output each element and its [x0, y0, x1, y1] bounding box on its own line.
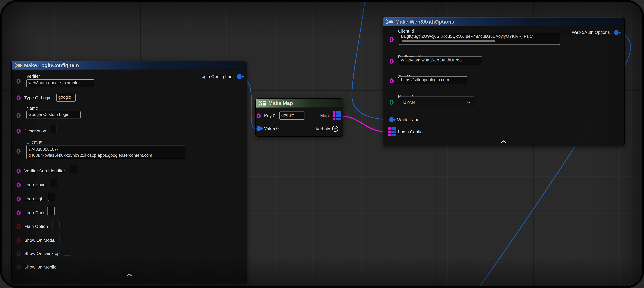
description-input[interactable] [50, 125, 56, 133]
add-pin-icon[interactable] [332, 125, 339, 132]
client-id-line1: 774338308167- [28, 146, 183, 152]
logo-hover-input[interactable] [50, 179, 57, 187]
client-id-value: BEglQSgt4cUWcj6SKRdu5QkOXTsePmMcusG5EAoy… [401, 34, 558, 39]
output-pin-label: Login Config Item [199, 74, 234, 79]
pin-key-0[interactable] [257, 113, 260, 118]
pin-main-option[interactable] [16, 224, 20, 229]
pin-logo-hover[interactable] [16, 182, 20, 187]
client-id-scrollbar[interactable] [402, 40, 495, 42]
main-option-checkbox[interactable] [52, 220, 60, 228]
pin-label-main-option: Main Option [24, 224, 48, 229]
type-of-login-input[interactable]: google [56, 94, 76, 102]
pin-show-on-mobile[interactable] [16, 265, 20, 270]
show-on-mobile-checkbox[interactable] [61, 261, 68, 269]
pin-label-white-label: White Label [397, 117, 420, 122]
pin-label-client-id: Client Id [26, 140, 42, 145]
node-title: Make Map [268, 100, 293, 106]
client-id-input[interactable]: BEglQSgt4cUWcj6SKRdu5QkOXTsePmMcusG5EAoy… [399, 33, 560, 45]
pin-label-verifier: Verifier [26, 74, 40, 79]
logo-dark-input[interactable] [47, 207, 55, 215]
pin-label-description: Description [24, 129, 46, 133]
redirect-url-input[interactable]: w3a://com.w3a.Web3AuthUnreal [399, 57, 482, 64]
pin-show-on-desktop[interactable] [16, 251, 20, 256]
pin-label-logo-light: Logo Light [24, 196, 45, 201]
blueprint-graph-canvas[interactable]: Make LoginConfigItem Login Config Item V… [0, 0, 644, 288]
node-header-make-map[interactable]: Make Map [256, 99, 343, 108]
pin-client-id[interactable] [390, 37, 393, 42]
pin-label-key-0: Key 0 [264, 113, 275, 118]
pin-white-label[interactable] [389, 117, 394, 122]
pin-label-logo-dark: Logo Dark [24, 210, 44, 215]
collapse-advanced-pins-icon[interactable] [501, 140, 506, 143]
pin-label-name: Name [26, 106, 38, 111]
make-map-icon [258, 100, 266, 107]
node-make-web3authoptions[interactable]: Make Web3AuthOptions Web 3Auth Options C… [383, 17, 624, 146]
pin-name[interactable] [16, 113, 20, 118]
pin-show-on-modal[interactable] [16, 238, 20, 243]
output-pin-label-map: Map [320, 113, 329, 118]
wire-map-to-loginconfig[interactable] [341, 116, 388, 132]
add-pin-label[interactable]: Add pin [315, 126, 330, 131]
node-title: Make LoginConfigItem [24, 63, 79, 68]
output-pin-label: Web 3Auth Options [572, 30, 610, 35]
output-pin-map[interactable] [333, 111, 341, 120]
sdk-url-input[interactable]: https://sdk.openlogin.com [399, 76, 467, 84]
pin-verifier-sub-identifier[interactable] [16, 169, 20, 174]
output-pin-login-config-item[interactable] [237, 74, 242, 79]
logo-light-input[interactable] [48, 193, 56, 201]
pin-label-verifier-sub-identifier: Verifier Sub Identifier [24, 168, 65, 173]
pin-logo-light[interactable] [16, 196, 20, 201]
node-header-make-loginconfigitem[interactable]: Make LoginConfigItem [12, 61, 246, 70]
pin-label-login-config: Login Config [398, 129, 422, 134]
output-pin-web3auth-options[interactable] [614, 30, 618, 35]
client-id-input[interactable]: 774338308167- q463s7kpvja16l4l0kko3nb925… [26, 145, 186, 159]
pin-redirect-url[interactable] [390, 59, 393, 64]
pin-type-of-login[interactable] [16, 95, 20, 100]
node-header-make-web3authoptions[interactable]: Make Web3AuthOptions [383, 17, 624, 26]
pin-label-value-0: Value 0 [264, 126, 279, 131]
network-selected-value: CYAN [403, 100, 415, 105]
chevron-down-icon [467, 101, 470, 104]
pin-label-show-on-desktop: Show On Desktop [24, 251, 60, 256]
verifier-input[interactable]: web3auth-google-example [26, 79, 94, 87]
node-title: Make Web3AuthOptions [396, 19, 454, 25]
collapse-advanced-pins-icon[interactable] [127, 273, 132, 276]
pin-sdk-url[interactable] [390, 78, 393, 83]
make-struct-icon [386, 19, 393, 25]
pin-verifier[interactable] [16, 79, 20, 84]
node-make-loginconfigitem[interactable]: Make LoginConfigItem Login Config Item V… [12, 61, 246, 283]
pin-label-logo-hover: Logo Hover [24, 182, 47, 187]
show-on-modal-checkbox[interactable] [60, 234, 67, 242]
pin-network[interactable] [390, 100, 393, 105]
node-make-map[interactable]: Make Map Key 0 google Map Value 0 Add pi… [256, 99, 343, 136]
show-on-desktop-checkbox[interactable] [64, 248, 71, 255]
make-struct-icon [14, 62, 22, 69]
pin-description[interactable] [16, 129, 20, 134]
key-0-input[interactable]: google [279, 112, 304, 120]
pin-label-show-on-modal: Show On Modal [24, 238, 56, 243]
pin-logo-dark[interactable] [16, 210, 20, 215]
network-dropdown[interactable]: CYAN [399, 96, 475, 108]
verifier-sub-identifier-input[interactable] [70, 165, 77, 173]
pin-value-0[interactable] [256, 126, 261, 131]
pin-login-config[interactable] [388, 127, 396, 136]
pin-label-type-of-login: Type Of Login [24, 95, 52, 100]
pin-client-id[interactable] [16, 149, 20, 154]
pin-label-show-on-mobile: Show On Mobile [24, 264, 56, 269]
client-id-line2: q463s7kpvja16l4l0kko3nb925ikds2p.apps.go… [28, 152, 183, 158]
name-input[interactable]: Google Custom Login [26, 111, 80, 119]
